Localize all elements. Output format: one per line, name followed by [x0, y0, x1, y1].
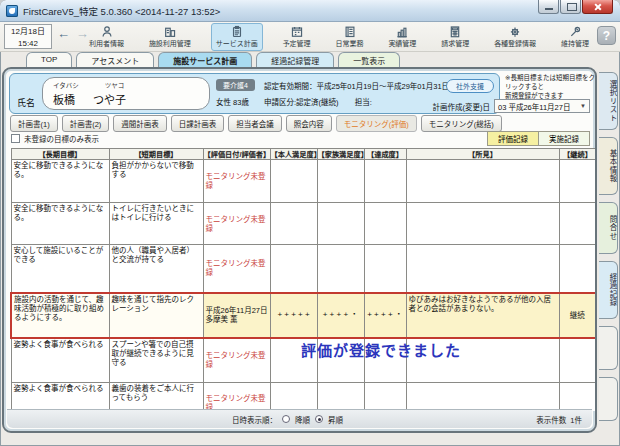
view-buttons: 計画書(1) 計画書(2) 週間計画表 日課計画表 担当者会議 照会内容 モニタ…: [10, 115, 502, 132]
chevron-down-icon: ▼: [580, 103, 586, 109]
furigana-mei: ツヤコ: [105, 80, 125, 90]
sort-desc-radio[interactable]: [282, 415, 290, 423]
side-tab-toiawase[interactable]: 問合せ: [599, 202, 618, 254]
patient-header: 氏名 イタバシ ツヤコ 板橋 つや子 要介護4 女性 83歳 認定有効期間：平成…: [9, 73, 500, 114]
result-count: 表示件数 1件: [536, 414, 582, 425]
findings-cell: [406, 203, 559, 245]
toolbar-item-seikyu[interactable]: 請求管理: [436, 23, 474, 51]
toolbar-item-shisetsu[interactable]: 施設利用管理: [144, 23, 196, 51]
toolbar-item-jisseki[interactable]: 実績管理: [383, 23, 421, 51]
toolbar-item-nichijo[interactable]: 日常業務: [331, 23, 369, 51]
toolbar-item-service-plan[interactable]: サービス計画: [211, 23, 263, 51]
plan-date-select[interactable]: 03 平成26年11月27日 ▼: [494, 99, 590, 113]
window-controls: [537, 0, 613, 14]
long-goal-cell[interactable]: 姿勢よく食事が食べられる: [11, 383, 109, 412]
long-goal-cell[interactable]: 姿勢よく食事が食べられる: [11, 338, 109, 383]
tab-assessment[interactable]: アセスメント: [76, 52, 154, 68]
self-cell: [270, 203, 317, 245]
continue-cell: [559, 383, 595, 412]
patient-sei: 板橋: [53, 91, 75, 107]
wrench-icon: [568, 25, 582, 38]
short-goal-cell[interactable]: 負担がかからないで移動する: [109, 160, 203, 203]
table-row: 姿勢よく食事が食べられる 義歯の装着をご本人に行ってもらう モニタリング未登録: [11, 383, 595, 412]
achieve-cell: [364, 203, 406, 245]
continue-cell: 継続: [559, 293, 595, 338]
long-goal-cell[interactable]: 施設内の活動を通じて、趣味活動が積極的に取り組めるようにする。: [11, 293, 109, 338]
side-tab-keika-kiroku[interactable]: 経過記録: [599, 261, 618, 319]
col-continue: 【継続】: [559, 149, 595, 160]
family-cell: [317, 383, 364, 412]
external-support-button[interactable]: 社外支援: [446, 79, 494, 93]
plan-date-label: 計画作成(変更)日: [433, 101, 491, 112]
self-cell: [270, 160, 317, 203]
evaluation-record-toggle[interactable]: 評価記録: [487, 131, 539, 146]
findings-cell: [406, 245, 559, 293]
achieve-cell: [364, 245, 406, 293]
side-tab-empty: [599, 377, 618, 421]
toolbar-item-iji[interactable]: 維持管理: [556, 23, 594, 51]
eval-cell: モニタリング未登録: [203, 245, 270, 293]
findings-cell: ゆびあみはお好きなようであるが他の入居者との会話があまりない。: [406, 293, 559, 338]
click-notice: ※長期目標または短期目標をクリックすると 新規登録ができます: [505, 74, 595, 100]
plan1-button[interactable]: 計画書(1): [10, 115, 58, 132]
eval-cell: モニタリング未登録: [203, 203, 270, 245]
help-button[interactable]: ?: [597, 26, 616, 45]
self-cell: [270, 245, 317, 293]
plan2-button[interactable]: 計画書(2): [62, 115, 110, 132]
bar-chart-icon: [395, 25, 409, 38]
close-button[interactable]: [582, 0, 613, 14]
calculator-icon: [448, 25, 462, 38]
long-goal-cell[interactable]: 安心して施設にいることができる: [11, 245, 109, 293]
side-tab-kihon-joho[interactable]: 基本情報: [599, 137, 618, 195]
toolbar-item-yotei[interactable]: 予定管理: [278, 23, 316, 51]
current-time: 15:42: [5, 38, 51, 50]
toolbar-item-toroku[interactable]: 各種登録情報: [489, 23, 541, 51]
eval-date: 平成26年11月27日: [206, 306, 268, 315]
clipboard-icon: [230, 25, 244, 38]
eval-cell: モニタリング未登録: [203, 160, 270, 203]
long-goal-cell[interactable]: 安全に移動できるようになる。: [11, 160, 109, 203]
side-tabs: 選択リスト 基本情報 問合せ 経過記録: [599, 72, 620, 428]
monitoring-sokatsu-button[interactable]: モニタリング(総括): [421, 115, 502, 132]
tab-top[interactable]: TOP: [26, 52, 72, 68]
short-goal-cell[interactable]: スプーンや箸での自己摂取が継続できるように見守る: [109, 338, 203, 383]
datetime-box: 12月18日 15:42: [4, 24, 52, 49]
monitoring-hyoka-button[interactable]: モニタリング(評価): [336, 115, 417, 132]
family-cell: [317, 160, 364, 203]
side-tab-sentaku-list[interactable]: 選択リスト: [599, 72, 618, 130]
toolbar-item-riyosha[interactable]: 利用者情報: [84, 23, 129, 51]
short-goal-cell[interactable]: トイレに行きたいときにはトイレに行ける: [109, 203, 203, 245]
application-window: FirstCareV5_特定 5.0.360 <2014-11-27 13:52…: [0, 0, 620, 446]
unregistered-label: モニタリング未登録: [206, 259, 266, 277]
meeting-button[interactable]: 担当者会議: [228, 115, 282, 132]
tab-shisetsu-service-plan[interactable]: 施設サービス計画: [158, 52, 252, 68]
col-family-satisfaction: 【家族満足度】: [317, 149, 364, 160]
inquiry-button[interactable]: 照会内容: [286, 115, 332, 132]
long-goal-cell[interactable]: 安全に移動できるようになる。: [11, 203, 109, 245]
achieve-cell: [364, 383, 406, 412]
short-goal-cell[interactable]: 他の人（職員や入居者）と交流が持てる: [109, 245, 203, 293]
cert-period: 認定有効期間：平成25年01月19日～平成29年01月31日: [264, 80, 449, 91]
unregistered-only-checkbox[interactable]: [11, 134, 20, 143]
minimize-button[interactable]: [538, 0, 559, 14]
user-icon: [100, 25, 114, 38]
daily-plan-button[interactable]: 日課計画表: [171, 115, 225, 132]
current-date: 12月18日: [5, 26, 51, 38]
titlebar: FirstCareV5_特定 5.0.360 <2014-11-27 13:52…: [0, 0, 620, 22]
goals-table: 【長期目標】 【短期目標】 【評価日付/評価者】 【本人満足度】 【家族満足度】…: [10, 148, 595, 411]
sex-age: 女性 83歳: [216, 96, 249, 107]
furigana-sei: イタバシ: [53, 80, 79, 90]
unregistered-label: モニタリング未登録: [206, 172, 266, 190]
short-goal-cell[interactable]: 趣味を通じて指先のレクレーション: [109, 293, 203, 338]
table-row: 安全に移動できるようになる。 トイレに行きたいときにはトイレに行ける モニタリン…: [11, 203, 595, 245]
sort-asc-radio[interactable]: [315, 415, 323, 423]
back-arrow-icon[interactable]: ←: [57, 26, 70, 41]
short-goal-cell[interactable]: 義歯の装着をご本人に行ってもらう: [109, 383, 203, 412]
tab-keika-kiroku[interactable]: 経過記録管理: [256, 52, 334, 68]
gear-icon: [508, 25, 522, 38]
weekly-plan-button[interactable]: 週間計画表: [113, 115, 167, 132]
tab-ichiran[interactable]: 一覧表示: [338, 52, 400, 68]
self-cell: + + + + +: [270, 293, 317, 338]
maximize-button[interactable]: [560, 0, 581, 14]
implementation-record-toggle[interactable]: 実施記録: [539, 131, 590, 146]
